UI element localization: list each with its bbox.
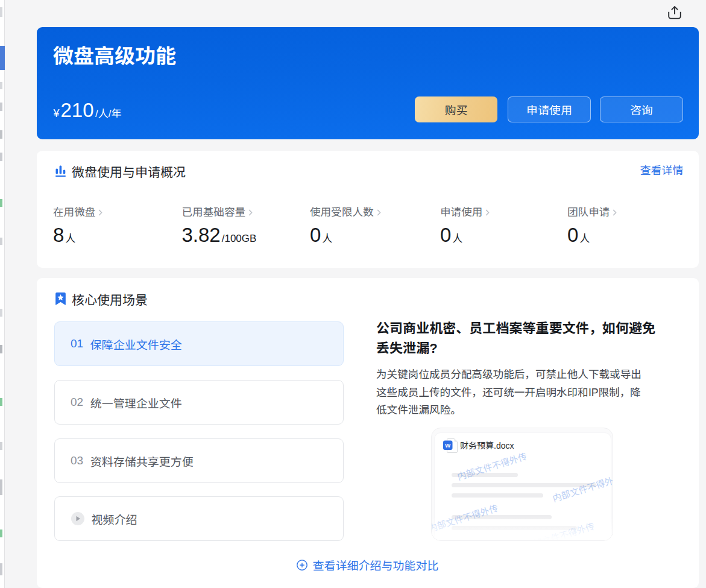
- svg-text:W: W: [445, 442, 450, 449]
